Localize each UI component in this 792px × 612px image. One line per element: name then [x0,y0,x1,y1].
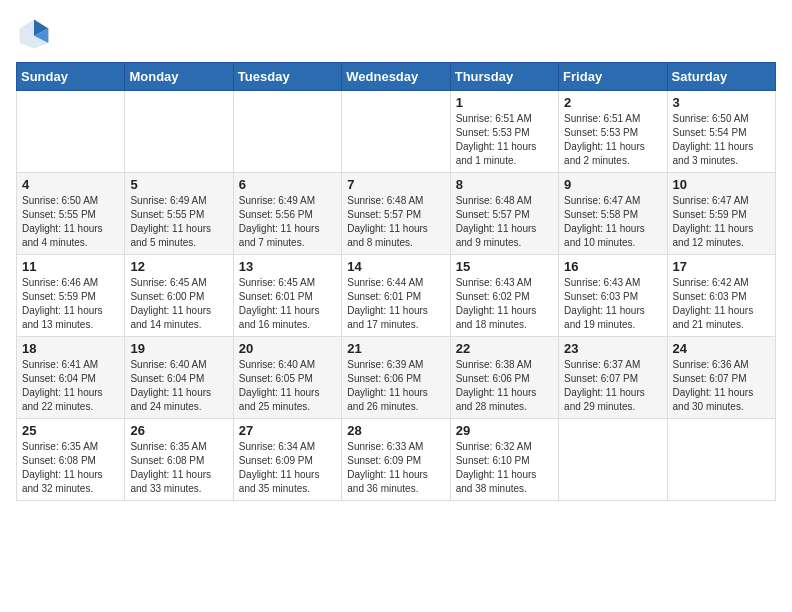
calendar-cell: 9Sunrise: 6:47 AM Sunset: 5:58 PM Daylig… [559,173,667,255]
calendar-cell: 14Sunrise: 6:44 AM Sunset: 6:01 PM Dayli… [342,255,450,337]
day-number: 12 [130,259,227,274]
calendar-cell: 2Sunrise: 6:51 AM Sunset: 5:53 PM Daylig… [559,91,667,173]
day-number: 13 [239,259,336,274]
calendar-week-row: 11Sunrise: 6:46 AM Sunset: 5:59 PM Dayli… [17,255,776,337]
calendar-cell: 19Sunrise: 6:40 AM Sunset: 6:04 PM Dayli… [125,337,233,419]
calendar-cell [125,91,233,173]
day-number: 10 [673,177,770,192]
logo-icon [16,16,52,52]
day-number: 7 [347,177,444,192]
day-info: Sunrise: 6:51 AM Sunset: 5:53 PM Dayligh… [456,112,553,168]
day-number: 15 [456,259,553,274]
day-info: Sunrise: 6:38 AM Sunset: 6:06 PM Dayligh… [456,358,553,414]
calendar-cell: 11Sunrise: 6:46 AM Sunset: 5:59 PM Dayli… [17,255,125,337]
day-info: Sunrise: 6:49 AM Sunset: 5:55 PM Dayligh… [130,194,227,250]
calendar-week-row: 18Sunrise: 6:41 AM Sunset: 6:04 PM Dayli… [17,337,776,419]
calendar-cell [342,91,450,173]
page-header [16,16,776,52]
day-info: Sunrise: 6:48 AM Sunset: 5:57 PM Dayligh… [347,194,444,250]
day-info: Sunrise: 6:37 AM Sunset: 6:07 PM Dayligh… [564,358,661,414]
calendar-cell [559,419,667,501]
calendar-week-row: 1Sunrise: 6:51 AM Sunset: 5:53 PM Daylig… [17,91,776,173]
calendar-cell: 8Sunrise: 6:48 AM Sunset: 5:57 PM Daylig… [450,173,558,255]
day-info: Sunrise: 6:48 AM Sunset: 5:57 PM Dayligh… [456,194,553,250]
day-number: 6 [239,177,336,192]
day-info: Sunrise: 6:32 AM Sunset: 6:10 PM Dayligh… [456,440,553,496]
weekday-header-thursday: Thursday [450,63,558,91]
day-info: Sunrise: 6:43 AM Sunset: 6:03 PM Dayligh… [564,276,661,332]
calendar-cell: 21Sunrise: 6:39 AM Sunset: 6:06 PM Dayli… [342,337,450,419]
day-number: 23 [564,341,661,356]
day-info: Sunrise: 6:41 AM Sunset: 6:04 PM Dayligh… [22,358,119,414]
day-number: 4 [22,177,119,192]
calendar-cell [17,91,125,173]
day-info: Sunrise: 6:39 AM Sunset: 6:06 PM Dayligh… [347,358,444,414]
calendar-cell: 25Sunrise: 6:35 AM Sunset: 6:08 PM Dayli… [17,419,125,501]
calendar-cell: 16Sunrise: 6:43 AM Sunset: 6:03 PM Dayli… [559,255,667,337]
calendar-cell: 5Sunrise: 6:49 AM Sunset: 5:55 PM Daylig… [125,173,233,255]
calendar-cell: 7Sunrise: 6:48 AM Sunset: 5:57 PM Daylig… [342,173,450,255]
day-info: Sunrise: 6:42 AM Sunset: 6:03 PM Dayligh… [673,276,770,332]
day-info: Sunrise: 6:47 AM Sunset: 5:58 PM Dayligh… [564,194,661,250]
calendar-cell: 12Sunrise: 6:45 AM Sunset: 6:00 PM Dayli… [125,255,233,337]
day-number: 1 [456,95,553,110]
calendar-cell: 6Sunrise: 6:49 AM Sunset: 5:56 PM Daylig… [233,173,341,255]
calendar-cell: 23Sunrise: 6:37 AM Sunset: 6:07 PM Dayli… [559,337,667,419]
weekday-header-saturday: Saturday [667,63,775,91]
day-info: Sunrise: 6:51 AM Sunset: 5:53 PM Dayligh… [564,112,661,168]
day-number: 8 [456,177,553,192]
calendar-cell: 27Sunrise: 6:34 AM Sunset: 6:09 PM Dayli… [233,419,341,501]
day-number: 22 [456,341,553,356]
day-number: 3 [673,95,770,110]
weekday-header-monday: Monday [125,63,233,91]
calendar-cell: 3Sunrise: 6:50 AM Sunset: 5:54 PM Daylig… [667,91,775,173]
calendar-cell: 28Sunrise: 6:33 AM Sunset: 6:09 PM Dayli… [342,419,450,501]
calendar-week-row: 25Sunrise: 6:35 AM Sunset: 6:08 PM Dayli… [17,419,776,501]
calendar-cell: 10Sunrise: 6:47 AM Sunset: 5:59 PM Dayli… [667,173,775,255]
day-info: Sunrise: 6:50 AM Sunset: 5:54 PM Dayligh… [673,112,770,168]
day-number: 11 [22,259,119,274]
calendar-cell: 15Sunrise: 6:43 AM Sunset: 6:02 PM Dayli… [450,255,558,337]
weekday-header-wednesday: Wednesday [342,63,450,91]
day-number: 21 [347,341,444,356]
calendar-cell: 22Sunrise: 6:38 AM Sunset: 6:06 PM Dayli… [450,337,558,419]
day-info: Sunrise: 6:47 AM Sunset: 5:59 PM Dayligh… [673,194,770,250]
day-info: Sunrise: 6:44 AM Sunset: 6:01 PM Dayligh… [347,276,444,332]
calendar-cell: 1Sunrise: 6:51 AM Sunset: 5:53 PM Daylig… [450,91,558,173]
day-number: 2 [564,95,661,110]
calendar-cell: 29Sunrise: 6:32 AM Sunset: 6:10 PM Dayli… [450,419,558,501]
day-number: 18 [22,341,119,356]
weekday-header-sunday: Sunday [17,63,125,91]
day-info: Sunrise: 6:40 AM Sunset: 6:05 PM Dayligh… [239,358,336,414]
calendar-cell [667,419,775,501]
day-info: Sunrise: 6:35 AM Sunset: 6:08 PM Dayligh… [22,440,119,496]
day-info: Sunrise: 6:46 AM Sunset: 5:59 PM Dayligh… [22,276,119,332]
calendar-cell: 4Sunrise: 6:50 AM Sunset: 5:55 PM Daylig… [17,173,125,255]
logo [16,16,56,52]
day-info: Sunrise: 6:35 AM Sunset: 6:08 PM Dayligh… [130,440,227,496]
calendar-week-row: 4Sunrise: 6:50 AM Sunset: 5:55 PM Daylig… [17,173,776,255]
day-number: 28 [347,423,444,438]
calendar-cell: 24Sunrise: 6:36 AM Sunset: 6:07 PM Dayli… [667,337,775,419]
day-info: Sunrise: 6:45 AM Sunset: 6:00 PM Dayligh… [130,276,227,332]
day-info: Sunrise: 6:43 AM Sunset: 6:02 PM Dayligh… [456,276,553,332]
calendar-cell [233,91,341,173]
day-info: Sunrise: 6:34 AM Sunset: 6:09 PM Dayligh… [239,440,336,496]
calendar-cell: 17Sunrise: 6:42 AM Sunset: 6:03 PM Dayli… [667,255,775,337]
calendar-cell: 20Sunrise: 6:40 AM Sunset: 6:05 PM Dayli… [233,337,341,419]
day-number: 14 [347,259,444,274]
day-info: Sunrise: 6:33 AM Sunset: 6:09 PM Dayligh… [347,440,444,496]
day-number: 26 [130,423,227,438]
day-number: 16 [564,259,661,274]
day-info: Sunrise: 6:49 AM Sunset: 5:56 PM Dayligh… [239,194,336,250]
weekday-header-tuesday: Tuesday [233,63,341,91]
day-number: 27 [239,423,336,438]
day-number: 5 [130,177,227,192]
weekday-header-row: SundayMondayTuesdayWednesdayThursdayFrid… [17,63,776,91]
day-info: Sunrise: 6:40 AM Sunset: 6:04 PM Dayligh… [130,358,227,414]
calendar-cell: 26Sunrise: 6:35 AM Sunset: 6:08 PM Dayli… [125,419,233,501]
day-number: 29 [456,423,553,438]
calendar-cell: 13Sunrise: 6:45 AM Sunset: 6:01 PM Dayli… [233,255,341,337]
day-number: 20 [239,341,336,356]
day-number: 9 [564,177,661,192]
